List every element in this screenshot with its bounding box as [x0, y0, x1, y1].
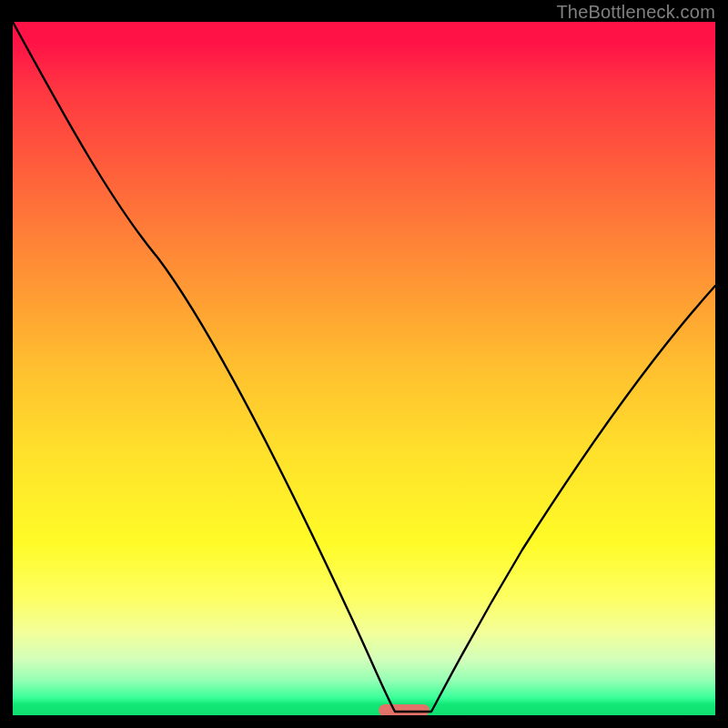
bottleneck-curve	[13, 22, 715, 715]
attribution-label: TheBottleneck.com	[556, 2, 715, 23]
plot-area	[13, 22, 715, 715]
bottleneck-curve-path	[13, 22, 715, 712]
chart-frame: TheBottleneck.com	[0, 0, 728, 728]
